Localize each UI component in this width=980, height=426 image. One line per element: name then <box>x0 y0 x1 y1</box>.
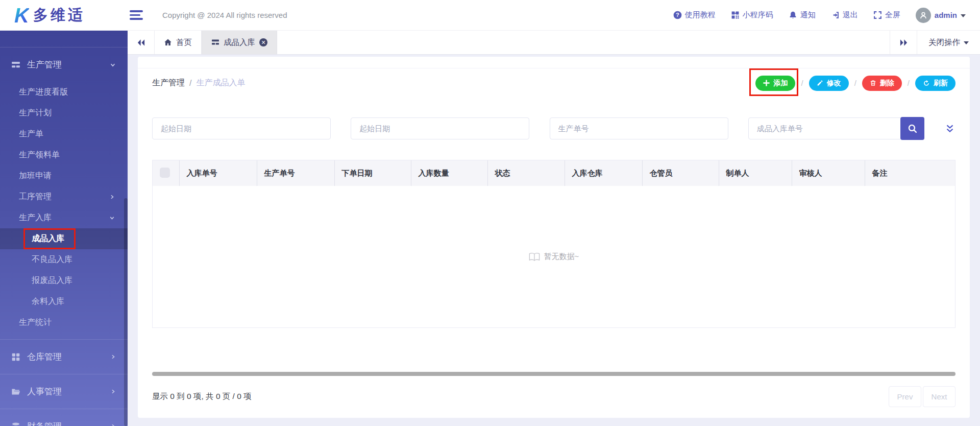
sidebar-item-warehouse-mgmt[interactable]: 仓库管理 <box>0 340 128 374</box>
sidebar-nav: 生产管理 生产进度看版 生产计划 生产单 生产领料单 加班申请 工序管理 生产入… <box>0 31 128 426</box>
search-button[interactable] <box>900 117 924 140</box>
action-buttons: 添加 / 修改 / 删除 <box>755 76 955 91</box>
tutorial-link[interactable]: ? 使用教程 <box>673 10 716 20</box>
col-reviewer: 审核人 <box>792 160 865 186</box>
logo-text: 多维适 <box>33 5 85 26</box>
sidebar-item-production-plan[interactable]: 生产计划 <box>0 103 128 124</box>
fullscreen-icon <box>873 11 882 19</box>
chevron-right-icon <box>110 388 116 395</box>
more-filters-toggle[interactable] <box>944 123 955 134</box>
sidebar-item-progress-board[interactable]: 生产进度看版 <box>0 82 128 103</box>
sidebar-item-surplus-inbound[interactable]: 余料入库 <box>0 291 128 312</box>
horizontal-scrollbar-thumb[interactable] <box>152 372 955 376</box>
table-header-row: 入库单号 生产单号 下单日期 入库数量 状态 入库仓库 仓管员 制单人 审核人 <box>153 160 955 186</box>
delete-button[interactable]: 删除 <box>862 76 902 91</box>
brand-logo: K 多维适 <box>0 5 128 26</box>
table-body-empty: 暂无数据~ <box>153 186 955 327</box>
col-warehouse-keeper: 仓管员 <box>642 160 719 186</box>
database-icon <box>11 422 20 426</box>
trash-icon <box>870 80 876 86</box>
data-table: 入库单号 生产单号 下单日期 入库数量 状态 入库仓库 仓管员 制单人 审核人 <box>152 160 955 328</box>
chevron-down-icon <box>964 41 969 44</box>
sidebar-item-defective-inbound[interactable]: 不良品入库 <box>0 249 128 270</box>
chevron-down-icon <box>109 215 115 221</box>
start-date-input-2[interactable] <box>351 117 529 139</box>
sidebar-item-hr-mgmt[interactable]: 人事管理 <box>0 374 128 409</box>
col-creator: 制单人 <box>719 160 792 186</box>
col-remarks: 备注 <box>865 160 955 186</box>
sidebar-item-production-mgmt[interactable]: 生产管理 <box>0 48 128 82</box>
edit-button[interactable]: 修改 <box>809 76 849 91</box>
double-chevron-left-icon <box>137 38 145 47</box>
inbound-no-input[interactable] <box>748 117 901 139</box>
tabs-scroll-right-button[interactable] <box>890 31 917 54</box>
table-footer: 显示 0 到 0 项, 共 0 页 / 0 项 Prev Next <box>138 386 970 407</box>
breadcrumb-current-page: 生产成品入单 <box>196 78 245 88</box>
page-toolbar: 生产管理 / 生产成品入单 添加 <box>138 68 970 98</box>
sidebar-scrollbar-thumb[interactable] <box>124 198 128 426</box>
chevron-right-icon <box>109 194 115 200</box>
select-all-checkbox[interactable] <box>160 168 170 178</box>
sidebar-item-finished-goods-inbound[interactable]: 成品入库 <box>0 228 128 249</box>
tab-finished-goods-inbound[interactable]: 成品入库 ✕ <box>202 31 277 54</box>
tab-close-icon[interactable]: ✕ <box>259 38 267 46</box>
person-icon <box>919 11 928 20</box>
sidebar-item-scrap-inbound[interactable]: 报废品入库 <box>0 270 128 291</box>
logout-link[interactable]: 退出 <box>831 10 858 20</box>
sidebar-item-production-inbound[interactable]: 生产入库 <box>0 207 128 228</box>
plus-icon <box>763 80 770 86</box>
notifications-link[interactable]: 通知 <box>789 10 816 20</box>
refresh-icon <box>923 80 930 87</box>
logo-k-mark: K <box>14 5 29 26</box>
sidebar-item-material-requisition[interactable]: 生产领料单 <box>0 145 128 165</box>
bell-icon <box>789 11 797 19</box>
breadcrumb: 生产管理 / 生产成品入单 <box>152 78 245 88</box>
next-page-button[interactable]: Next <box>923 386 955 407</box>
horizontal-scrollbar <box>152 372 955 376</box>
tabs-scroll-left-button[interactable] <box>128 31 154 54</box>
production-order-no-input[interactable] <box>550 117 728 139</box>
header-actions: ? 使用教程 小程序码 通知 退出 全屏 <box>673 8 980 23</box>
col-order-date: 下单日期 <box>334 160 411 186</box>
prev-page-button[interactable]: Prev <box>889 386 921 407</box>
tab-home[interactable]: 首页 <box>154 31 202 54</box>
help-circle-icon: ? <box>673 11 682 19</box>
empty-state: 暂无数据~ <box>529 252 579 262</box>
mini-program-link[interactable]: 小程序码 <box>731 10 773 20</box>
sidebar-item-overtime-request[interactable]: 加班申请 <box>0 165 128 186</box>
content-card: 生产管理 / 生产成品入单 添加 <box>138 57 970 418</box>
pager: Prev Next <box>889 386 955 407</box>
breadcrumb-production-mgmt: 生产管理 <box>152 78 185 88</box>
user-menu[interactable]: admin <box>916 8 966 23</box>
sidebar-item-finance-mgmt[interactable]: 财务管理 <box>0 409 128 426</box>
chevron-down-icon <box>961 14 966 17</box>
filter-bar <box>138 117 970 140</box>
search-icon <box>908 124 917 133</box>
open-book-icon <box>529 252 540 262</box>
sidebar-item-process-mgmt[interactable]: 工序管理 <box>0 186 128 207</box>
sidebar-item-production-order[interactable]: 生产单 <box>0 124 128 145</box>
production-bars-icon <box>11 60 20 69</box>
sidebar-item-production-stats[interactable]: 生产统计 <box>0 312 128 333</box>
add-button[interactable]: 添加 <box>755 76 795 91</box>
refresh-button[interactable]: 刷新 <box>915 76 955 91</box>
col-inbound-qty: 入库数量 <box>411 160 487 186</box>
col-inbound-no: 入库单号 <box>179 160 257 186</box>
start-date-input-1[interactable] <box>152 117 331 139</box>
pencil-icon <box>817 80 823 86</box>
user-avatar <box>916 8 931 23</box>
col-warehouse: 入库仓库 <box>565 160 642 186</box>
warehouse-grid-icon <box>11 352 20 362</box>
sidebar-toggle-hamburger-icon[interactable] <box>130 10 143 20</box>
pagination-summary: 显示 0 到 0 项, 共 0 页 / 0 项 <box>152 391 252 402</box>
chevron-right-icon <box>110 423 116 426</box>
svg-text:?: ? <box>676 12 679 18</box>
folder-open-icon <box>11 387 20 396</box>
col-status: 状态 <box>487 160 565 186</box>
fullscreen-link[interactable]: 全屏 <box>873 10 900 20</box>
tab-bar: 首页 成品入库 ✕ 关闭操作 <box>128 31 980 55</box>
chevron-down-icon <box>109 61 116 68</box>
double-chevron-down-icon <box>944 123 955 134</box>
close-operations-dropdown[interactable]: 关闭操作 <box>917 31 980 54</box>
col-production-no: 生产单号 <box>257 160 334 186</box>
